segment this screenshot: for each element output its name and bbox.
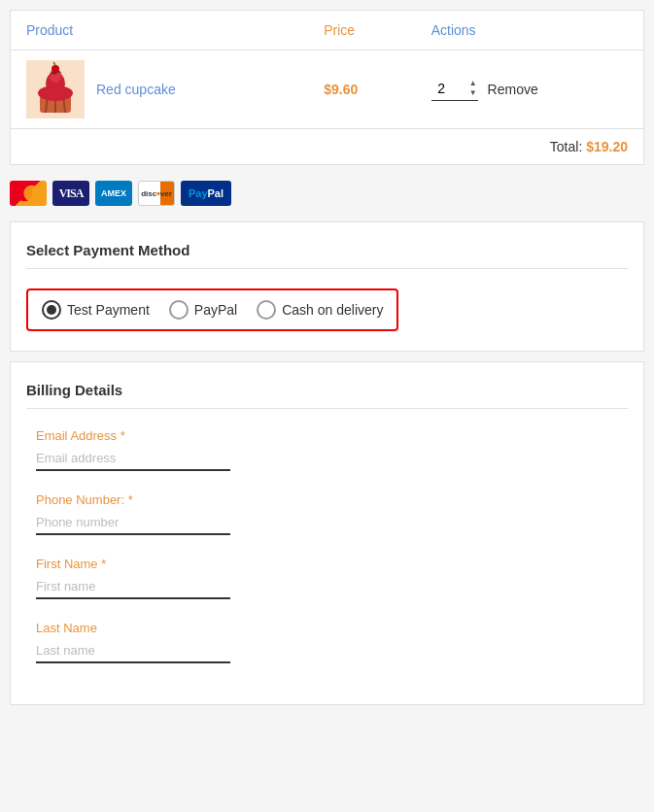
payment-test-label: Test Payment (67, 302, 150, 318)
visa-icon: VISA (52, 181, 89, 206)
quantity-input[interactable] (431, 81, 466, 96)
phone-label: Phone Number: * (36, 492, 618, 507)
total-label: Total: (550, 139, 582, 154)
total-row: Total: $19.20 (11, 129, 644, 165)
svg-point-11 (23, 186, 40, 202)
actions-cell: ▲ ▼ Remove (416, 51, 644, 129)
quantity-up-button[interactable]: ▲ (468, 79, 478, 88)
payment-paypal-label: PayPal (194, 302, 237, 318)
svg-point-8 (52, 65, 59, 73)
mastercard-icon (10, 181, 47, 206)
cart-table: Product Price Actions (10, 10, 644, 165)
total-cell: Total: $19.20 (11, 129, 644, 165)
quantity-wrapper: ▲ ▼ (431, 79, 478, 101)
cupcake-icon (26, 60, 85, 118)
quantity-down-button[interactable]: ▼ (468, 88, 478, 98)
phone-input[interactable] (36, 511, 230, 535)
lastname-field-wrapper: Last Name (36, 621, 618, 663)
radio-paypal (169, 300, 189, 320)
price-cell: $9.60 (308, 51, 415, 129)
payment-option-cod[interactable]: Cash on delivery (257, 300, 383, 320)
price-header: Price (308, 11, 415, 51)
firstname-input[interactable] (36, 575, 230, 599)
radio-test (42, 300, 61, 320)
actions-header: Actions (416, 11, 644, 51)
firstname-field-wrapper: First Name * (36, 557, 618, 599)
product-name: Red cupcake (96, 82, 176, 97)
billing-section: Billing Details Email Address * Phone Nu… (10, 361, 644, 705)
payment-option-test[interactable]: Test Payment (42, 300, 150, 320)
email-input[interactable] (36, 447, 230, 471)
email-field-wrapper: Email Address * (36, 428, 618, 471)
payment-method-title: Select Payment Method (26, 242, 628, 269)
remove-button[interactable]: Remove (488, 82, 538, 97)
paypal-brand-icon: PayPal (181, 181, 231, 206)
payment-option-paypal[interactable]: PayPal (169, 300, 237, 320)
payment-cod-label: Cash on delivery (282, 302, 383, 318)
total-amount: $19.20 (586, 139, 628, 154)
product-cell: Red cupcake (11, 51, 309, 129)
firstname-label: First Name * (36, 557, 618, 571)
table-row: Red cupcake $9.60 ▲ ▼ Remove (11, 51, 644, 129)
product-image (26, 60, 85, 118)
discover-icon: disc•ver (138, 181, 175, 206)
lastname-label: Last Name (36, 621, 618, 635)
payment-icons-row: VISA AMEX disc•ver PayPal (10, 175, 644, 212)
radio-cod (257, 300, 276, 320)
lastname-input[interactable] (36, 639, 230, 663)
phone-field-wrapper: Phone Number: * (36, 492, 618, 535)
payment-method-section: Select Payment Method Test Payment PayPa… (10, 221, 644, 352)
page-wrapper: Product Price Actions (10, 10, 644, 705)
amex-icon: AMEX (95, 181, 132, 206)
quantity-arrows: ▲ ▼ (468, 79, 478, 98)
product-header: Product (11, 11, 309, 51)
email-label: Email Address * (36, 428, 618, 443)
payment-options: Test Payment PayPal Cash on delivery (26, 288, 398, 331)
billing-grid: Email Address * Phone Number: * First Na… (26, 428, 628, 663)
billing-title: Billing Details (26, 382, 628, 409)
radio-test-inner (47, 305, 56, 315)
